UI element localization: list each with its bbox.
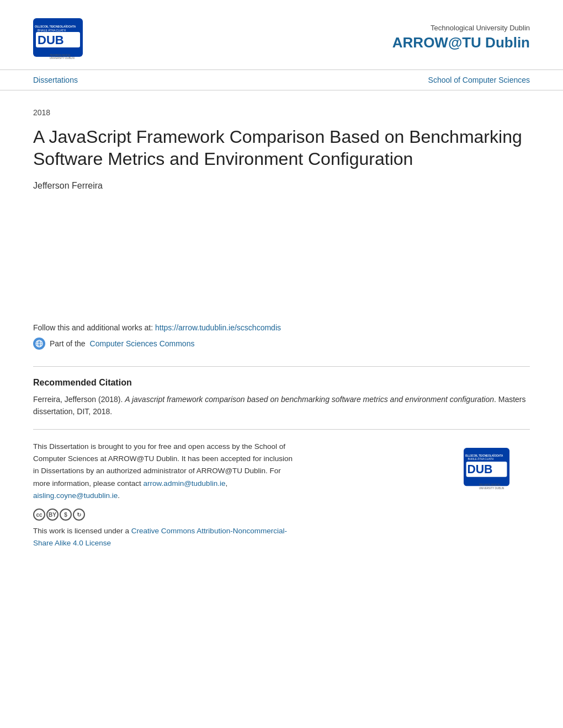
institution-name: Technological University Dublin: [392, 24, 530, 32]
contact-email1[interactable]: arrow.admin@tudublin.ie: [144, 479, 226, 488]
logo-area: DUB OLLSCOIL TEICNEOLAÍOCHTA BHAILE ÁTHA…: [33, 15, 105, 60]
svg-text:DUB: DUB: [467, 463, 492, 475]
license-text: This work is licensed under a Creative C…: [33, 525, 298, 549]
citation-italic: A javascript framework comparison based …: [125, 395, 494, 404]
contact-comma: ,: [225, 479, 227, 488]
contact-email2[interactable]: aisling.coyne@tudublin.ie: [33, 491, 118, 500]
body-paragraph: This Dissertation is brought to you for …: [33, 441, 298, 502]
tu-dublin-logo: DUB OLLSCOIL TEICNEOLAÍOCHTA BHAILE ÁTHA…: [33, 15, 105, 60]
main-content: 2018 A JavaScript Framework Comparison B…: [0, 90, 563, 571]
svg-text:TECHNOLOGICAL: TECHNOLOGICAL: [479, 484, 501, 486]
publication-year: 2018: [33, 108, 530, 117]
cc-circle-cc: cc: [33, 508, 45, 521]
svg-text:LIN: LIN: [38, 46, 49, 55]
author-name: Jefferson Ferreira: [33, 181, 530, 191]
cc-license-badges: cc BY $ ↻: [33, 508, 298, 521]
follow-text: Follow this and additional works at:: [33, 323, 155, 332]
cc-circle-by: BY: [46, 508, 59, 521]
computer-sciences-commons-link[interactable]: Computer Sciences Commons: [90, 339, 195, 348]
follow-section: Follow this and additional works at: htt…: [33, 323, 530, 332]
header: DUB OLLSCOIL TEICNEOLAÍOCHTA BHAILE ÁTHA…: [0, 0, 563, 70]
right-logo: DUB OLLSCOIL TEICNEOLAÍOCHTA BHAILE ÁTHA…: [464, 441, 530, 498]
cc-circle-nc: $: [60, 508, 72, 521]
left-info: This Dissertation is brought to you for …: [33, 441, 298, 549]
page: DUB OLLSCOIL TEICNEOLAÍOCHTA BHAILE ÁTHA…: [0, 0, 563, 728]
recommended-citation-heading: Recommended Citation: [33, 378, 530, 388]
repo-name: ARROW@TU Dublin: [392, 34, 530, 51]
divider-1: [33, 366, 530, 367]
spacer: [33, 213, 530, 323]
commons-icon: [33, 338, 45, 350]
bottom-section: This Dissertation is brought to you for …: [33, 441, 530, 549]
follow-url[interactable]: https://arrow.tudublin.ie/scschcomdis: [155, 323, 281, 332]
part-of-prefix: Part of the: [50, 339, 86, 348]
school-link[interactable]: School of Computer Sciences: [428, 76, 530, 84]
cc-circle-sa: ↻: [73, 508, 85, 521]
part-of-section: Part of the Computer Sciences Commons: [33, 338, 530, 350]
svg-text:OLLSCOIL TEICNEOLAÍOCHTA: OLLSCOIL TEICNEOLAÍOCHTA: [35, 24, 76, 28]
citation-prefix: Ferreira, Jefferson (2018).: [33, 395, 125, 404]
divider-2: [33, 429, 530, 430]
citation-text: Ferreira, Jefferson (2018). A javascript…: [33, 393, 530, 418]
tu-dublin-logo-footer: DUB OLLSCOIL TEICNEOLAÍOCHTA BHAILE ÁTHA…: [464, 441, 530, 496]
svg-text:UNIVERSITY DUBLIN: UNIVERSITY DUBLIN: [479, 487, 504, 490]
svg-text:BHAILE ÁTHA CLIATH: BHAILE ÁTHA CLIATH: [38, 29, 66, 32]
document-title: A JavaScript Framework Comparison Based …: [33, 126, 530, 170]
cc-badge-group: cc BY $ ↻: [33, 508, 86, 521]
navbar: Dissertations School of Computer Science…: [0, 70, 563, 90]
svg-text:DUB: DUB: [38, 33, 64, 47]
header-right: Technological University Dublin ARROW@TU…: [392, 24, 530, 51]
contact-period: .: [118, 491, 120, 500]
dissertations-link[interactable]: Dissertations: [33, 76, 78, 84]
license-prefix: This work is licensed under a: [33, 527, 131, 535]
svg-text:UNIVERSITY DUBLIN: UNIVERSITY DUBLIN: [50, 57, 75, 60]
svg-text:BHAILE ÁTHA CLIATH: BHAILE ÁTHA CLIATH: [468, 457, 493, 461]
svg-text:LIN: LIN: [467, 475, 479, 484]
